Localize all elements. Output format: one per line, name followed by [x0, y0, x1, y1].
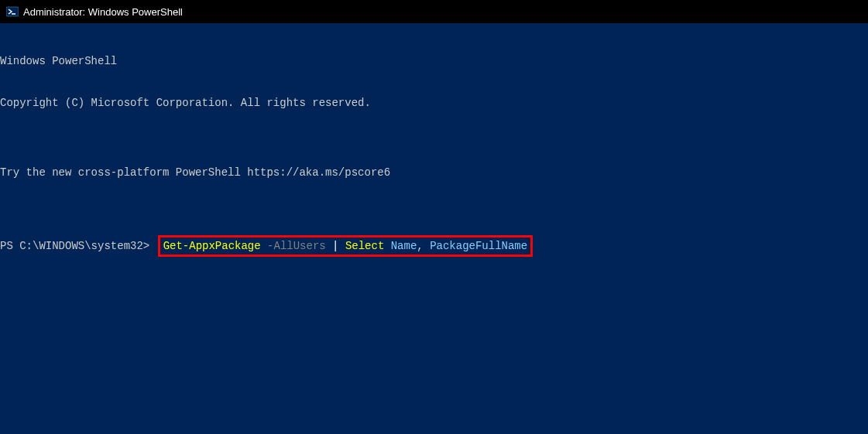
cmdlet: Get-AppxPackage [163, 239, 261, 253]
window-title: Administrator: Windows PowerShell [23, 6, 183, 18]
arg-name: Name [391, 239, 417, 253]
parameter: -AllUsers [261, 239, 332, 253]
try-line: Try the new cross-platform PowerShell ht… [0, 166, 868, 179]
terminal-output[interactable]: Windows PowerShell Copyright (C) Microso… [0, 23, 868, 271]
header-line: Windows PowerShell [0, 54, 868, 68]
pipe: | [332, 239, 345, 253]
prompt-text: PS C:\WINDOWS\system32> [0, 239, 156, 253]
select-cmd: Select [345, 239, 391, 253]
arg-packagefullname: PackageFullName [430, 239, 527, 253]
copyright-line: Copyright (C) Microsoft Corporation. All… [0, 96, 868, 110]
prompt-line: PS C:\WINDOWS\system32> Get-AppxPackage … [0, 235, 868, 257]
command-highlight: Get-AppxPackage -AllUsers | Select Name … [158, 235, 533, 257]
comma: , [417, 239, 430, 253]
powershell-icon [6, 5, 19, 18]
title-bar[interactable]: Administrator: Windows PowerShell [0, 0, 868, 23]
